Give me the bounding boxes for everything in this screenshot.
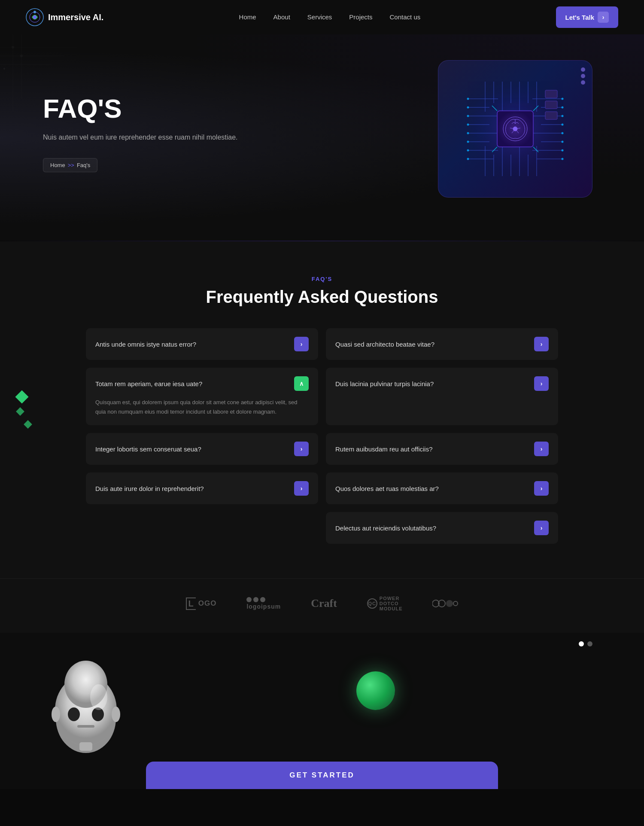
nav-home[interactable]: Home <box>239 13 256 21</box>
faq-item-6-header: Rutem auibusdam reu aut officiis? › <box>335 442 549 456</box>
faq-toggle-10[interactable]: › <box>534 521 549 535</box>
green-orb-container <box>356 671 395 710</box>
svg-point-66 <box>513 127 517 131</box>
svg-point-83 <box>90 684 107 710</box>
hero-title: FAQ'S <box>43 94 238 123</box>
svg-point-10 <box>20 55 23 57</box>
faq-section: FAQ'S Frequently Asked Questions Antis u… <box>0 241 644 578</box>
logo-2-text: logoipsum <box>246 603 281 610</box>
logo-4-line2: DOTCO <box>380 601 403 606</box>
robot-figure <box>43 658 137 744</box>
faq-toggle-7[interactable]: › <box>294 481 309 496</box>
svg-point-72 <box>446 600 453 607</box>
faq-toggle-3[interactable]: ∧ <box>294 376 309 391</box>
nav-about[interactable]: About <box>273 13 290 21</box>
svg-point-48 <box>467 141 469 143</box>
svg-point-73 <box>453 601 458 606</box>
brand-name: Immersive AI. <box>48 12 103 22</box>
faq-item-5-header: Integer lobortis sem conseruat seua? › <box>95 442 309 456</box>
logo-2: logoipsum <box>246 597 281 610</box>
svg-point-47 <box>467 132 469 134</box>
logo-4-inner: QC POWER DOTCO MODULE <box>367 596 403 611</box>
faq-toggle-5[interactable]: › <box>294 442 309 456</box>
svg-point-82 <box>112 707 120 722</box>
faq-question-3: Totam rem aperiam, earue iesa uate? <box>95 380 294 387</box>
diamond-small-1 <box>16 407 24 416</box>
svg-point-11 <box>3 68 5 70</box>
hero-image-container <box>438 60 601 206</box>
image-dots <box>581 67 585 85</box>
faq-item-6: Rutem auibusdam reu aut officiis? › <box>326 433 558 465</box>
logo-1-text: OGO <box>198 599 217 608</box>
logo-4-line3: MODULE <box>380 606 403 611</box>
dot-1 <box>587 641 592 646</box>
breadcrumb-home: Home <box>50 162 65 168</box>
svg-point-55 <box>562 132 564 134</box>
faq-question-8: Quos dolores aet ruas molestias ar? <box>335 485 534 492</box>
logos-row: L OGO logoipsum Craft QC POWER DOTCO MOD… <box>43 596 601 611</box>
logo-5 <box>432 599 458 608</box>
faq-item-5: Integer lobortis sem conseruat seua? › <box>86 433 318 465</box>
diamond-small-2 <box>24 420 32 429</box>
svg-point-50 <box>467 158 469 160</box>
green-orb <box>356 671 395 710</box>
svg-point-49 <box>467 149 469 152</box>
svg-point-81 <box>52 707 60 722</box>
breadcrumb-separator: >> <box>68 162 74 168</box>
faq-item-4: Duis lacinia pulvinar turpis lacinia? › <box>326 368 558 425</box>
faq-question-2: Quasi sed architecto beatae vitae? <box>335 341 534 348</box>
diamond-large <box>15 390 28 404</box>
faq-grid: Antis unde omnis istye natus error? › Qu… <box>86 328 558 544</box>
faq-question-7: Duis aute irure dolor in reprehenderit? <box>95 485 294 492</box>
cpu-visual <box>459 73 571 185</box>
hero-content: FAQ'S Nuis autem vel eum iure reprehende… <box>43 94 238 173</box>
svg-rect-69 <box>545 112 557 119</box>
faq-item-3: Totam rem aperiam, earue iesa uate? ∧ Qu… <box>86 368 318 425</box>
logo-1-bracket: L <box>186 597 196 610</box>
get-started-section: GET STARTED <box>0 633 644 789</box>
get-started-content <box>43 658 601 744</box>
svg-point-9 <box>12 46 14 49</box>
faq-item-1: Antis unde omnis istye natus error? › <box>86 328 318 360</box>
lets-talk-button[interactable]: Let's Talk › <box>556 6 618 28</box>
faq-item-10: Delectus aut reiciendis volutatibus? › <box>326 512 558 544</box>
logo-2-dots <box>246 597 265 602</box>
logos-section: L OGO logoipsum Craft QC POWER DOTCO MOD… <box>0 578 644 633</box>
svg-point-2 <box>33 15 36 19</box>
faq-item-8-header: Quos dolores aet ruas molestias ar? › <box>335 481 549 496</box>
svg-point-76 <box>68 707 80 721</box>
nav-links: Home About Services Projects Contact us <box>239 13 421 21</box>
faq-toggle-1[interactable]: › <box>294 337 309 351</box>
faq-toggle-8[interactable]: › <box>534 481 549 496</box>
faq-toggle-2[interactable]: › <box>534 337 549 351</box>
logo-3-text: Craft <box>311 597 337 610</box>
get-started-bar[interactable]: GET STARTED <box>146 762 498 789</box>
svg-rect-68 <box>545 101 557 109</box>
logo-1: L OGO <box>186 597 217 610</box>
faq-item-8: Quos dolores aet ruas molestias ar? › <box>326 472 558 504</box>
nav-services[interactable]: Services <box>307 13 332 21</box>
svg-rect-80 <box>79 742 92 751</box>
faq-toggle-4[interactable]: › <box>534 376 549 391</box>
faq-question-1: Antis unde omnis istye natus error? <box>95 341 294 348</box>
faq-item-10-header: Delectus aut reiciendis volutatibus? › <box>335 521 549 535</box>
navbar: Immersive AI. Home About Services Projec… <box>0 0 644 34</box>
svg-point-44 <box>467 107 469 109</box>
hero-section: FAQ'S Nuis autem vel eum iure reprehende… <box>0 34 644 241</box>
faq-toggle-6[interactable]: › <box>534 442 549 456</box>
svg-point-3 <box>33 11 36 13</box>
svg-point-54 <box>562 124 564 126</box>
nav-projects[interactable]: Projects <box>349 13 372 21</box>
faq-item-2: Quasi sed architecto beatae vitae? › <box>326 328 558 360</box>
logo-area[interactable]: Immersive AI. <box>26 8 103 26</box>
faq-question-10: Delectus aut reiciendis volutatibus? <box>335 524 534 532</box>
cta-arrow-icon: › <box>598 12 609 23</box>
diamond-decorations <box>17 392 31 427</box>
logo-5-icon <box>432 599 458 608</box>
logo-4-line1: POWER <box>380 596 403 601</box>
nav-contact[interactable]: Contact us <box>390 13 421 21</box>
faq-item-2-header: Quasi sed architecto beatae vitae? › <box>335 337 549 351</box>
svg-point-52 <box>562 107 564 109</box>
faq-header: FAQ'S Frequently Asked Questions <box>43 276 601 307</box>
faq-item-7: Duis aute irure dolor in reprehenderit? … <box>86 472 318 504</box>
